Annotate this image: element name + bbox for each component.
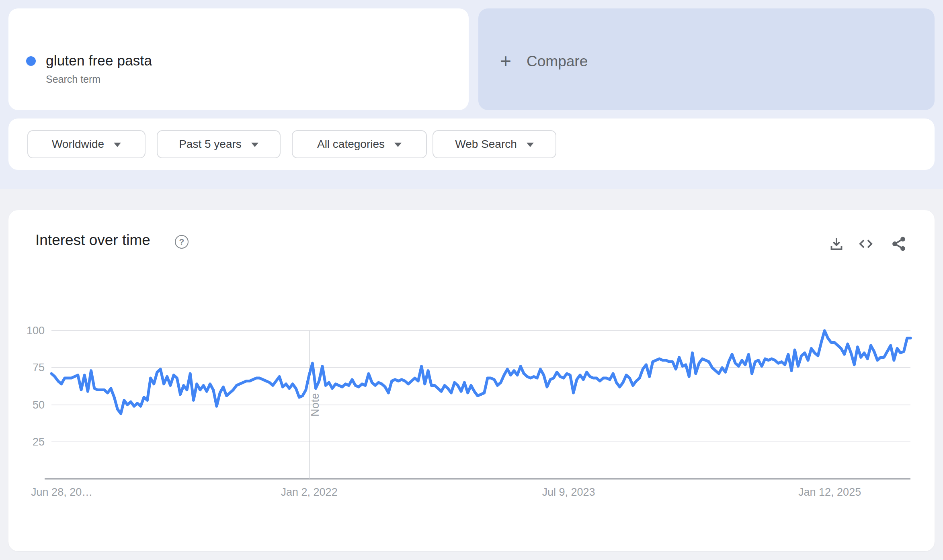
xtick-jul-2023: Jul 9, 2023 [542, 486, 595, 499]
xtick-jan-2022: Jan 2, 2022 [281, 486, 338, 499]
xtick-jan-2025: Jan 12, 2025 [798, 486, 861, 499]
chevron-down-icon [527, 143, 534, 147]
trend-line[interactable] [51, 331, 910, 414]
chevron-down-icon [251, 143, 258, 147]
trend-chart [8, 210, 935, 551]
chevron-down-icon [114, 143, 121, 147]
filter-searchtype-label: Web Search [455, 138, 517, 151]
filter-bar: Worldwide Past 5 years All categories We… [8, 119, 935, 170]
filter-region-label: Worldwide [52, 138, 104, 151]
chevron-down-icon [394, 143, 402, 147]
filter-category-label: All categories [317, 138, 385, 151]
note-label[interactable]: Note [309, 393, 322, 417]
plus-icon: + [500, 51, 511, 71]
filter-timerange-dropdown[interactable]: Past 5 years [157, 130, 281, 158]
filter-category-dropdown[interactable]: All categories [292, 130, 427, 158]
filter-region-dropdown[interactable]: Worldwide [27, 130, 146, 158]
interest-over-time-panel: Interest over time ? 100 [8, 210, 935, 551]
filter-timerange-label: Past 5 years [179, 138, 242, 151]
header-section: gluten free pasta Search term + Compare … [0, 0, 943, 189]
search-term-label: gluten free pasta [46, 52, 152, 69]
xtick-start: Jun 28, 20… [31, 486, 92, 499]
ytick-25: 25 [8, 435, 45, 448]
ytick-100: 100 [8, 324, 45, 337]
search-term-card[interactable]: gluten free pasta Search term [8, 8, 469, 110]
compare-add-button[interactable]: + Compare [478, 8, 935, 110]
compare-label: Compare [527, 53, 588, 70]
ytick-50: 50 [8, 399, 45, 411]
series-color-dot-icon [26, 56, 36, 66]
search-term-type: Search term [46, 73, 100, 86]
ytick-75: 75 [8, 361, 45, 374]
filter-searchtype-dropdown[interactable]: Web Search [433, 130, 556, 158]
